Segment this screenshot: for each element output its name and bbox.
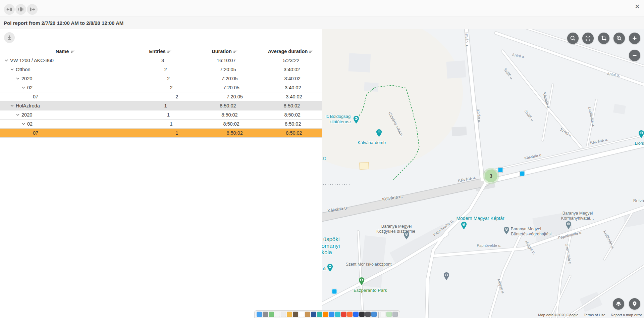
dock-icon-trash[interactable] [392, 312, 398, 317]
row-duration: 7:20:05 [194, 67, 262, 72]
dock-icon-music[interactable] [380, 312, 386, 317]
column-header-entries[interactable]: Entries [131, 49, 190, 54]
poi-label: kilátóterasz [329, 119, 352, 124]
poi-label: Modern Magyar Képtár [456, 216, 504, 221]
map-zoom-out-button[interactable] [629, 50, 640, 61]
table-header-row: Name Entries Duration Average duration [0, 47, 322, 56]
download-icon [6, 34, 13, 41]
museum-poi-pin[interactable] [403, 231, 410, 240]
dock-icon-pictures[interactable] [386, 312, 392, 317]
dock-icon-gray-app[interactable] [365, 312, 371, 317]
column-label: Entries [149, 49, 165, 54]
dock-icon-edge[interactable] [335, 312, 340, 317]
chevron-down-icon[interactable] [10, 69, 14, 71]
camera-poi-pin[interactable] [638, 130, 644, 139]
column-header-name[interactable]: Name [0, 49, 131, 54]
dock-icon-tool[interactable] [305, 312, 310, 317]
column-header-duration[interactable]: Duration [190, 49, 260, 54]
table-row[interactable]: 202018:50:028:50:02 [0, 110, 322, 120]
table-row[interactable]: VW 1200 / AKC-360316:10:075:23:22 [0, 56, 322, 65]
bus-stop-icon[interactable] [332, 289, 337, 294]
dock-icon-photos[interactable] [287, 312, 292, 317]
close-button[interactable]: ✕ [635, 3, 640, 10]
dock-icon-safari[interactable] [329, 312, 334, 317]
map-view[interactable]: István u. István u. Antal u. Antal u. Sz… [322, 29, 644, 318]
chevron-down-icon[interactable] [5, 59, 8, 61]
park-poi-pin[interactable] [358, 277, 365, 286]
chevron-down-icon[interactable] [16, 114, 19, 116]
report-panel: Name Entries Duration Average duration [0, 29, 322, 318]
dock-icon-textedit[interactable] [281, 312, 286, 317]
dock-icon-word[interactable] [311, 312, 316, 317]
chevron-down-icon[interactable] [16, 78, 19, 80]
table-row[interactable]: 0227:20:053:40:02 [0, 83, 322, 92]
camera-poi-pin[interactable] [353, 116, 360, 124]
dock-icon-blue-app[interactable] [371, 312, 377, 317]
dock-icon-vlc[interactable] [323, 312, 328, 317]
poi-label: Szent Mór Iskolaközpont [346, 262, 392, 267]
dock-divider [378, 312, 379, 318]
dock-icon-chrome[interactable] [341, 312, 346, 317]
row-entries: 1 [137, 103, 194, 108]
dock-icon-utility[interactable] [293, 312, 298, 317]
row-average-duration: 5:23:22 [261, 58, 322, 63]
table-row[interactable]: 0218:50:028:50:02 [0, 120, 322, 129]
map-crop-button[interactable] [598, 33, 609, 44]
chevron-down-icon[interactable] [22, 123, 25, 125]
map-search-button[interactable] [567, 33, 579, 44]
row-average-duration: 8:50:02 [263, 112, 322, 118]
table-row[interactable]: Otthon27:20:053:40:02 [0, 65, 322, 74]
dock-icon-dark-app[interactable] [359, 312, 365, 317]
row-average-duration: 3:40:02 [262, 67, 322, 72]
row-duration: 8:50:02 [197, 112, 263, 118]
map-zoom-area-button[interactable] [613, 33, 625, 44]
report-titlebar: Poi report from 2/7/20 12:00 AM to 2/8/2… [0, 16, 644, 30]
dock-icon-app-store[interactable] [353, 312, 359, 317]
table-row[interactable]: 0727:20:053:40:02 [0, 92, 322, 101]
poi-label: lc Boldogság [326, 114, 351, 119]
bus-stop-icon[interactable] [498, 168, 503, 173]
dock-panel-right-button[interactable] [27, 4, 38, 15]
poi-label: ományi [322, 243, 340, 249]
row-average-duration: 8:50:02 [266, 130, 322, 136]
download-report-button[interactable] [4, 32, 15, 43]
dock-icon-teal-app[interactable] [317, 312, 322, 317]
table-row[interactable]: 202027:20:053:40:02 [0, 74, 322, 83]
row-entries: 1 [141, 112, 197, 118]
map-layers-button[interactable] [613, 298, 624, 310]
dock-left-icon [6, 6, 13, 13]
map-fullscreen-button[interactable] [582, 33, 594, 44]
table-row[interactable]: HolAzIroda18:50:028:50:02 [0, 101, 322, 110]
dock-panel-center-button[interactable] [15, 4, 26, 15]
top-toolbar: ✕ [0, 0, 644, 16]
map-place-button[interactable] [629, 298, 640, 310]
camera-poi-pin[interactable] [375, 129, 383, 138]
map-zoom-in-button[interactable] [629, 33, 640, 44]
camera-poi-pin[interactable] [326, 264, 334, 272]
dock-panel-left-button[interactable] [4, 4, 15, 15]
table-row[interactable]: 0718:50:028:50:02 [0, 129, 322, 138]
chevron-down-icon[interactable] [22, 87, 25, 89]
map-attribution: Map data ©2020 Google Terms of Use Repor… [538, 313, 642, 317]
page-title: Poi report from 2/7/20 12:00 AM to 2/8/2… [0, 20, 123, 26]
dock-icon-firefox[interactable] [347, 312, 353, 317]
dock-right-icon [29, 6, 36, 13]
report-map-error-link[interactable]: Report a map error [611, 313, 642, 317]
dock-icon-finder[interactable] [257, 312, 262, 317]
row-name: VW 1200 / AKC-360 [10, 58, 54, 63]
column-header-average-duration[interactable]: Average duration [260, 49, 322, 54]
dock-icon-maps[interactable] [269, 312, 274, 317]
dock-icon-notes[interactable] [275, 312, 280, 317]
poi-cluster-marker[interactable]: 3 [485, 170, 497, 182]
dock-icon-launchpad[interactable] [263, 312, 268, 317]
terms-of-use-link[interactable]: Terms of Use [584, 313, 605, 317]
museum-poi-pin[interactable] [503, 226, 510, 235]
bus-stop-icon[interactable] [520, 171, 525, 176]
row-average-duration: 3:40:02 [266, 94, 322, 99]
dock-icon-calendar[interactable] [299, 312, 304, 317]
chevron-down-icon[interactable] [10, 105, 14, 107]
museum-poi-pin[interactable] [460, 221, 468, 230]
school-poi-pin[interactable] [443, 272, 450, 281]
museum-poi-pin[interactable] [565, 221, 572, 230]
row-name: 2020 [21, 112, 32, 118]
